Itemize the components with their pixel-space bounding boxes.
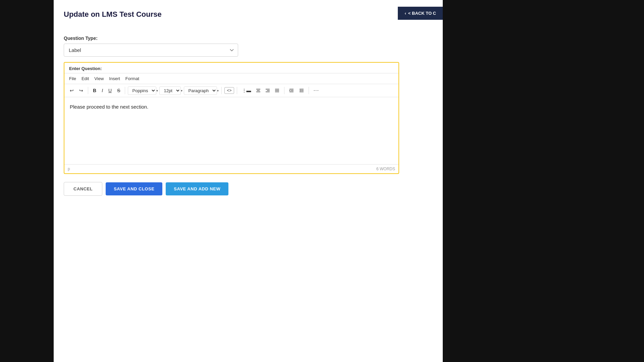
editor-content: Please proceed to the next section. <box>70 104 393 110</box>
align-left-icon: ⋮▬ <box>242 88 251 93</box>
toolbar-divider-6 <box>309 87 309 94</box>
underline-button[interactable]: U <box>106 86 114 95</box>
strikethrough-icon: S <box>117 88 120 93</box>
bold-button[interactable]: B <box>91 86 98 95</box>
menu-view[interactable]: View <box>94 76 104 81</box>
menu-edit[interactable]: Edit <box>82 76 89 81</box>
editor-body[interactable]: Please proceed to the next section. <box>64 97 398 164</box>
toolbar-divider-5 <box>284 87 284 94</box>
redo-icon: ↪ <box>79 88 83 93</box>
indent-increase-icon <box>299 88 304 93</box>
toolbar-divider-4 <box>237 87 237 94</box>
left-sidebar <box>0 0 54 362</box>
toolbar-divider-1 <box>88 87 88 94</box>
enter-question-label: Enter Question: <box>64 63 398 73</box>
align-right-icon <box>265 88 270 93</box>
svg-marker-16 <box>300 90 301 91</box>
chevron-left-icon: ‹ <box>405 11 406 16</box>
align-group: ⋮▬ <box>240 86 281 95</box>
more-icon: ··· <box>314 87 319 94</box>
menu-format[interactable]: Format <box>125 76 139 81</box>
para-arrow: ▾ <box>217 89 219 93</box>
toolbar-divider-3 <box>221 87 222 94</box>
question-type-select[interactable]: Label Multiple Choice True/False Short A… <box>64 44 238 57</box>
align-justify-icon <box>275 88 279 93</box>
save-close-button[interactable]: SAVE AND CLOSE <box>106 182 162 195</box>
editor-toolbar: ↩ ↪ B I U S Poppins ▾ 12pt 14pt 16pt ▾ <box>64 84 398 97</box>
strikethrough-button[interactable]: S <box>115 86 122 95</box>
undo-icon: ↩ <box>70 88 74 93</box>
font-family-select[interactable]: Poppins <box>128 86 156 95</box>
font-family-arrow: ▾ <box>156 89 158 93</box>
question-type-section: Question Type: Label Multiple Choice Tru… <box>64 36 423 62</box>
word-count: 6 WORDS <box>376 167 395 171</box>
cancel-button[interactable]: CANCEL <box>64 182 102 196</box>
indent-decrease-icon <box>289 88 294 93</box>
menu-insert[interactable]: Insert <box>109 76 120 81</box>
back-to-button[interactable]: ‹ < BACK TO C <box>398 7 443 20</box>
indent-increase-button[interactable] <box>297 87 306 94</box>
editor-container: Enter Question: File Edit View Insert Fo… <box>64 62 399 174</box>
back-to-label: < BACK TO C <box>408 11 436 16</box>
align-right-button[interactable] <box>263 87 272 94</box>
redo-button[interactable]: ↪ <box>77 86 85 95</box>
save-add-button[interactable]: SAVE AND ADD NEW <box>166 182 228 195</box>
font-size-arrow: ▾ <box>181 89 182 93</box>
page-title: Update on LMS Test Course <box>64 10 423 19</box>
editor-tag-indicator: p <box>68 167 70 171</box>
italic-button[interactable]: I <box>100 86 105 95</box>
code-icon: <> <box>227 88 231 93</box>
toolbar-divider-2 <box>125 87 125 94</box>
align-justify-button[interactable] <box>273 87 281 94</box>
font-size-select[interactable]: 12pt 14pt 16pt <box>159 86 181 95</box>
right-sidebar <box>443 0 644 362</box>
main-content: ‹ < BACK TO C Update on LMS Test Course … <box>54 0 443 362</box>
code-button[interactable]: <> <box>224 87 234 94</box>
question-type-label: Question Type: <box>64 36 423 41</box>
align-center-button[interactable] <box>254 87 263 94</box>
action-buttons: CANCEL SAVE AND CLOSE SAVE AND ADD NEW <box>64 182 423 196</box>
more-options-button[interactable]: ··· <box>312 86 321 95</box>
paragraph-style-select[interactable]: Paragraph Heading 1 Heading 2 <box>184 86 217 95</box>
undo-button[interactable]: ↩ <box>68 86 76 95</box>
menu-file[interactable]: File <box>69 76 76 81</box>
align-center-icon <box>256 88 261 93</box>
align-left-button[interactable]: ⋮▬ <box>240 86 253 95</box>
editor-menu-bar: File Edit View Insert Format <box>64 73 398 84</box>
indent-decrease-button[interactable] <box>287 87 296 94</box>
editor-footer: p 6 WORDS <box>64 164 398 173</box>
svg-marker-12 <box>289 90 290 91</box>
